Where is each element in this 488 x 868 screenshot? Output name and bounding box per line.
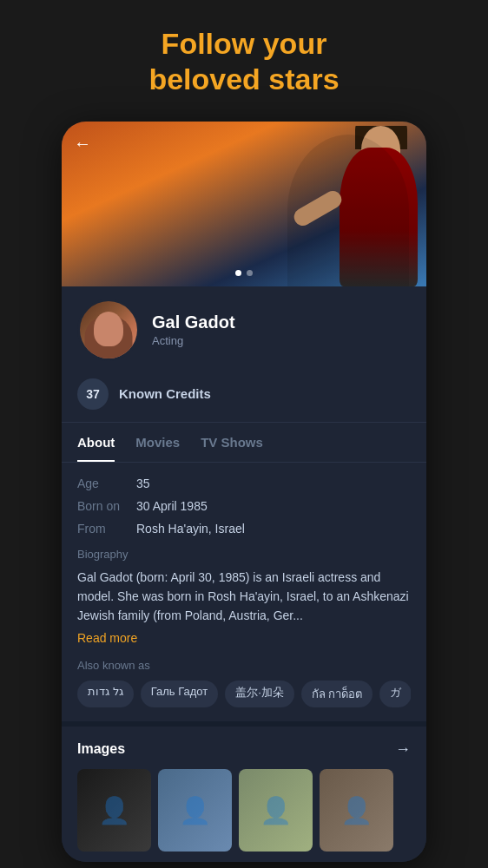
from-row: From Rosh Ha'ayin, Israel — [77, 522, 411, 536]
aka-chip-3[interactable]: กัล กาด็อต — [301, 681, 373, 707]
also-known-section: Also known as גל גדות Галь Гадот 盖尔·加朵 ก… — [77, 659, 411, 707]
page-dots — [235, 270, 253, 276]
tab-movies[interactable]: Movies — [135, 423, 180, 462]
hero-banner: ← — [62, 122, 426, 286]
phone-frame: ← Gal Gadot Acting 37 Known Credits Abou… — [62, 122, 426, 862]
biography-section: Biography Gal Gadot (born: April 30, 198… — [77, 548, 411, 645]
born-on-label: Born on — [77, 499, 129, 513]
tab-about[interactable]: About — [77, 423, 115, 462]
avatar-image — [80, 301, 137, 358]
app-headline: Follow your beloved stars — [148, 26, 339, 97]
from-value: Rosh Ha'ayin, Israel — [136, 522, 245, 536]
image-thumb-2[interactable] — [158, 769, 232, 852]
image-thumb-4[interactable] — [320, 769, 393, 852]
credits-label: Known Credits — [119, 386, 211, 401]
avatar — [77, 299, 140, 361]
ww-body — [340, 148, 418, 286]
biography-text: Gal Gadot (born: April 30, 1985) is an I… — [77, 568, 411, 626]
age-value: 35 — [136, 477, 150, 490]
images-title: Images — [77, 741, 125, 757]
hero-figure — [287, 126, 426, 286]
profile-section: Gal Gadot Acting — [62, 286, 426, 370]
age-label: Age — [77, 477, 129, 490]
age-row: Age 35 — [77, 477, 411, 490]
aka-chip-4[interactable]: ガ — [379, 681, 411, 707]
content-area: Age 35 Born on 30 April 1985 From Rosh H… — [62, 463, 426, 721]
aka-chip-2[interactable]: 盖尔·加朵 — [225, 681, 294, 707]
aka-chips: גל גדות Галь Гадот 盖尔·加朵 กัล กาด็อต ガ — [77, 681, 411, 707]
images-arrow-icon[interactable]: → — [395, 740, 411, 759]
born-on-row: Born on 30 April 1985 — [77, 499, 411, 513]
ww-arm — [291, 187, 345, 228]
credits-badge: 37 — [77, 378, 109, 410]
read-more-button[interactable]: Read more — [77, 631, 411, 645]
aka-chip-1[interactable]: Галь Гадот — [141, 681, 219, 707]
hero-background — [62, 122, 426, 286]
dot-1 — [235, 270, 241, 276]
credits-bar: 37 Known Credits — [62, 370, 426, 423]
back-button[interactable]: ← — [74, 134, 91, 154]
also-known-title: Also known as — [77, 659, 411, 672]
aka-chip-0[interactable]: גל גדות — [77, 681, 134, 707]
tab-tvshows[interactable]: TV Shows — [201, 423, 263, 462]
dot-2 — [247, 270, 253, 276]
star-info: Gal Gadot Acting — [152, 312, 235, 347]
from-label: From — [77, 522, 129, 536]
biography-title: Biography — [77, 548, 411, 561]
image-thumb-1[interactable] — [77, 769, 151, 852]
images-section: Images → — [62, 721, 426, 862]
images-grid — [77, 769, 411, 852]
born-on-value: 30 April 1985 — [136, 499, 208, 513]
tabs: About Movies TV Shows — [62, 423, 426, 463]
image-thumb-3[interactable] — [239, 769, 313, 852]
star-name: Gal Gadot — [152, 312, 235, 332]
images-header: Images → — [77, 740, 411, 759]
star-role: Acting — [152, 334, 235, 347]
